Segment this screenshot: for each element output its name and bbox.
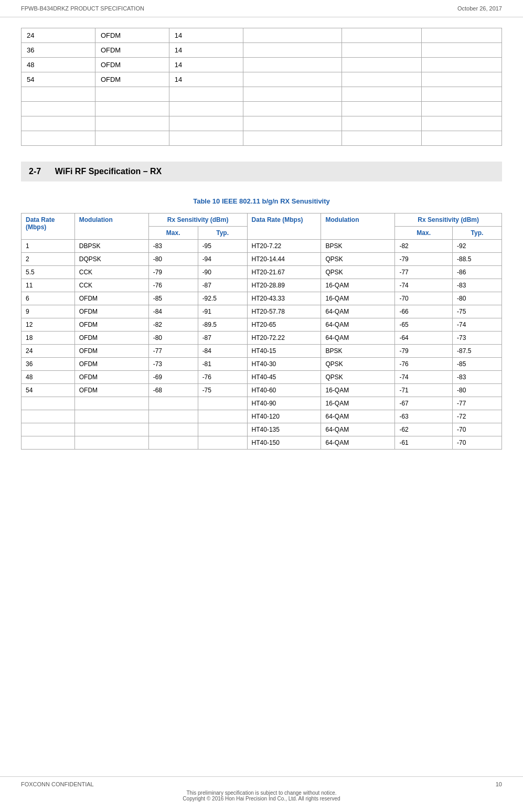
top-table-cell [22,131,95,146]
top-table-cell [341,87,422,102]
cell-data-rate2: HT40-15 [247,345,321,358]
cell-data-rate: 24 [22,345,75,358]
cell-data-rate2: HT20-21.67 [247,266,321,279]
top-table-cell [422,43,502,58]
cell-modulation2: QPSK [321,253,395,266]
cell-modulation: CCK [74,279,148,292]
top-table-cell [243,87,341,102]
cell-modulation2: QPSK [321,371,395,384]
cell-max2: -62 [395,423,453,436]
cell-typ2: -85 [453,358,502,371]
main-content: 24OFDM1436OFDM1448OFDM1454OFDM14 2-7 WiF… [0,17,523,460]
cell-typ: -81 [198,358,247,371]
cell-typ: -92.5 [198,292,247,305]
top-table-cell [422,72,502,87]
cell-modulation2: 16-QAM [321,279,395,292]
cell-data-rate: 18 [22,332,75,345]
top-table-cell: 14 [169,28,243,43]
cell-max2: -76 [395,358,453,371]
cell-typ [198,410,247,423]
table-row: 6OFDM-85-92.5HT20-43.3316-QAM-70-80 [22,292,502,305]
cell-max: -76 [148,279,198,292]
th-max2: Max. [395,227,453,240]
header-right: October 26, 2017 [457,5,502,12]
cell-data-rate2: HT40-30 [247,358,321,371]
cell-modulation: OFDM [74,384,148,397]
table-row: 2DQPSK-80-94HT20-14.44QPSK-79-88.5 [22,253,502,266]
top-table-cell [22,102,95,116]
cell-max2: -74 [395,279,453,292]
cell-data-rate2: HT20-7.22 [247,240,321,253]
cell-max2: -74 [395,371,453,384]
top-table-cell [341,131,422,146]
cell-modulation2: BPSK [321,345,395,358]
cell-max [148,410,198,423]
main-table: Data Rate (Mbps) Modulation Rx Sensitivi… [21,213,502,450]
top-table-cell [422,58,502,72]
top-table-cell [243,43,341,58]
top-table-cell [341,28,422,43]
top-table-cell [422,87,502,102]
section-title: WiFi RF Specification – RX [55,167,162,176]
table-row: HT40-12064-QAM-63-72 [22,410,502,423]
cell-typ: -89.5 [198,318,247,332]
cell-modulation2: 64-QAM [321,436,395,450]
top-table-cell [243,58,341,72]
cell-max2: -70 [395,292,453,305]
cell-max2: -77 [395,266,453,279]
top-table-cell: 14 [169,43,243,58]
cell-max [148,397,198,410]
cell-modulation: OFDM [74,371,148,384]
cell-modulation: OFDM [74,318,148,332]
top-table: 24OFDM1436OFDM1448OFDM1454OFDM14 [21,28,502,146]
top-table-cell [422,102,502,116]
top-table-cell: OFDM [95,43,169,58]
th-modulation2: Modulation [321,213,395,240]
cell-modulation [74,397,148,410]
cell-typ [198,423,247,436]
cell-modulation [74,410,148,423]
th-data-rate: Data Rate (Mbps) [22,213,75,240]
cell-typ: -94 [198,253,247,266]
cell-data-rate2: HT40-90 [247,397,321,410]
cell-max2: -79 [395,345,453,358]
cell-data-rate2: HT20-14.44 [247,253,321,266]
footer-line1: This preliminary specification is subjec… [21,790,502,796]
cell-typ: -87 [198,332,247,345]
cell-modulation [74,436,148,450]
top-table-cell: 24 [22,28,95,43]
cell-max2: -61 [395,436,453,450]
cell-max: -77 [148,345,198,358]
th-rx-sensitivity: Rx Sensitivity (dBm) [148,213,247,227]
cell-data-rate2: HT20-43.33 [247,292,321,305]
table-row: 48OFDM-69-76HT40-45QPSK-74-83 [22,371,502,384]
top-table-cell [341,72,422,87]
cell-modulation2: 64-QAM [321,410,395,423]
table-title: Table 10 IEEE 802.11 b/g/n RX Senusitivi… [21,197,502,205]
top-table-cell [169,131,243,146]
top-table-cell [169,102,243,116]
cell-data-rate [22,397,75,410]
table-row: 9OFDM-84-91HT20-57.7864-QAM-66-75 [22,305,502,318]
top-table-cell [341,58,422,72]
top-table-cell: OFDM [95,58,169,72]
th-typ2: Typ. [453,227,502,240]
top-table-cell [169,116,243,131]
cell-typ2: -83 [453,279,502,292]
section-header: 2-7 WiFi RF Specification – RX [21,162,502,181]
top-table-cell [22,116,95,131]
table-row: HT40-9016-QAM-67-77 [22,397,502,410]
cell-data-rate2: HT20-72.22 [247,332,321,345]
top-table-cell [422,28,502,43]
cell-max: -68 [148,384,198,397]
cell-typ [198,397,247,410]
cell-typ2: -83 [453,371,502,384]
top-table-cell: OFDM [95,28,169,43]
table-row: 54OFDM-68-75HT40-6016-QAM-71-80 [22,384,502,397]
cell-modulation: OFDM [74,358,148,371]
cell-modulation: CCK [74,266,148,279]
cell-max: -82 [148,318,198,332]
cell-data-rate: 11 [22,279,75,292]
cell-data-rate2: HT40-150 [247,436,321,450]
cell-max2: -65 [395,318,453,332]
